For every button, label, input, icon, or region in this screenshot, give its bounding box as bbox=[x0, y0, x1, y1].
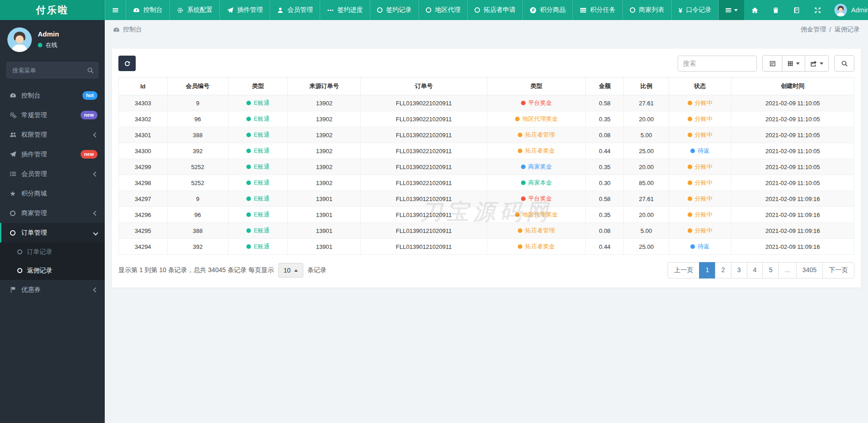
nav-item-points-tasks[interactable]: 积分任务 bbox=[573, 0, 623, 20]
sidebar-item-permission-manage[interactable]: 权限管理 bbox=[0, 125, 105, 144]
users-icon bbox=[7, 131, 18, 138]
column-header[interactable]: 来源订单号 bbox=[288, 77, 361, 95]
table-footer: 显示第 1 到第 10 条记录，总共 34045 条记录 每页显示 10 条记录… bbox=[118, 262, 854, 279]
search-icon bbox=[87, 67, 94, 74]
page-button-1[interactable]: 1 bbox=[699, 262, 715, 279]
nav-item-sign-progress[interactable]: 签约进度 bbox=[320, 0, 370, 20]
nav-item-member-manage[interactable]: 会员管理 bbox=[270, 0, 320, 20]
column-header[interactable]: Id bbox=[119, 77, 168, 95]
clear-cache-button[interactable] bbox=[765, 0, 786, 20]
cell-status: 分账中 bbox=[669, 127, 731, 143]
cell-source-order-no: 13901 bbox=[288, 191, 361, 207]
page-button-4[interactable]: 4 bbox=[747, 262, 763, 279]
cell-bonus-type-label: 平台奖金 bbox=[528, 195, 552, 202]
column-header[interactable]: 类型 bbox=[487, 77, 586, 95]
sidebar-subitem-order-records[interactable]: 订单记录 bbox=[0, 242, 105, 261]
nav-item-region-agent[interactable]: 地区代理 bbox=[419, 0, 468, 20]
nav-user-menu[interactable]: Admin bbox=[828, 0, 868, 20]
nav-menu-dropdown-button[interactable] bbox=[719, 0, 744, 20]
cell-account-type: E账通 bbox=[228, 127, 288, 143]
sidebar-item-order-manage[interactable]: 订单管理 bbox=[0, 223, 105, 242]
fullscreen-button[interactable] bbox=[807, 0, 828, 20]
sidebar-subitem-label: 返佣记录 bbox=[27, 267, 52, 275]
nav-item-sign-records[interactable]: 签约记录 bbox=[370, 0, 419, 20]
app-logo[interactable]: 付乐啦 bbox=[0, 0, 105, 20]
hot-badge: hot bbox=[82, 91, 97, 99]
column-header[interactable]: 金额 bbox=[586, 77, 624, 95]
export-icon bbox=[810, 60, 817, 67]
cell-source-order-no: 13901 bbox=[288, 207, 361, 223]
cell-source-order-no: 13902 bbox=[288, 127, 361, 143]
export-dropdown-button[interactable] bbox=[805, 55, 829, 72]
sidebar-item-console[interactable]: 控制台hot bbox=[0, 86, 105, 105]
column-header[interactable]: 创建时间 bbox=[731, 77, 854, 95]
table-row: 34300392E账通13902FLL01390221020911拓店者奖金0.… bbox=[119, 143, 854, 159]
status-dot-icon bbox=[518, 149, 522, 153]
status-dot-icon bbox=[521, 101, 526, 105]
sidebar-item-plugin-manage[interactable]: 插件管理new bbox=[0, 144, 105, 164]
circle-icon bbox=[426, 7, 431, 13]
circle-icon bbox=[17, 268, 22, 273]
nav-item-store-developer-apply[interactable]: 拓店者申请 bbox=[468, 0, 523, 20]
page-button-3405[interactable]: 3405 bbox=[796, 262, 823, 279]
logs-button[interactable] bbox=[786, 0, 807, 20]
nav-item-plugin-manage[interactable]: 插件管理 bbox=[220, 0, 270, 20]
page-button-5[interactable]: 5 bbox=[762, 262, 779, 279]
cell-member-no: 9 bbox=[167, 191, 228, 207]
nav-item-merchant-list[interactable]: 商家列表 bbox=[623, 0, 672, 20]
home-button[interactable] bbox=[744, 0, 765, 20]
breadcrumb-current[interactable]: 返佣记录 bbox=[834, 26, 860, 34]
nav-label: 签约进度 bbox=[337, 6, 363, 14]
breadcrumb-parent[interactable]: 佣金管理 bbox=[801, 26, 826, 34]
sidebar-toggle-button[interactable] bbox=[105, 0, 126, 20]
table-search-input[interactable] bbox=[678, 56, 757, 72]
nav-label: 签约记录 bbox=[386, 6, 412, 14]
column-header[interactable]: 订单号 bbox=[361, 77, 487, 95]
column-header[interactable]: 状态 bbox=[669, 77, 731, 95]
cell-bonus-type-label: 地区代理奖金 bbox=[522, 211, 558, 218]
circle-icon bbox=[377, 7, 383, 13]
circle-icon bbox=[17, 249, 22, 254]
column-header[interactable]: 会员编号 bbox=[167, 77, 228, 95]
cell-order-no: FLL01390121020911 bbox=[361, 239, 487, 255]
status-dot-icon bbox=[246, 133, 251, 137]
sidebar-subitem-commission-records[interactable]: 返佣记录 bbox=[0, 261, 105, 280]
cell-status: 分账中 bbox=[669, 175, 731, 191]
avatar[interactable] bbox=[7, 27, 32, 52]
sidebar-item-general-manage[interactable]: 常规管理new bbox=[0, 105, 105, 125]
sidebar-item-member-manage[interactable]: 会员管理 bbox=[0, 164, 105, 184]
nav-item-password-records[interactable]: ¥口令记录 bbox=[672, 0, 719, 20]
status-dot-icon bbox=[246, 117, 251, 121]
page-size-dropdown[interactable]: 10 bbox=[278, 263, 304, 278]
page-button-2[interactable]: 2 bbox=[715, 262, 731, 279]
columns-dropdown-button[interactable] bbox=[782, 55, 805, 72]
cell-id: 34297 bbox=[119, 191, 168, 207]
order-manage-submenu: 订单记录 返佣记录 bbox=[0, 242, 105, 280]
cell-source-order-no: 13902 bbox=[288, 95, 361, 111]
cell-ratio: 27.61 bbox=[624, 191, 669, 207]
sidebar-item-merchant-manage[interactable]: 商家管理 bbox=[0, 203, 105, 223]
search-button[interactable] bbox=[834, 55, 854, 72]
cell-id: 34300 bbox=[119, 143, 168, 159]
menu-search-input[interactable] bbox=[6, 62, 98, 78]
toggle-pagination-button[interactable] bbox=[762, 55, 782, 72]
sidebar-item-points-mall[interactable]: ★积分商城 bbox=[0, 184, 105, 203]
column-header[interactable]: 比例 bbox=[624, 77, 669, 95]
page-button-3[interactable]: 3 bbox=[731, 262, 747, 279]
nav-item-points-goods[interactable]: 积分商品 bbox=[523, 0, 573, 20]
status-dot-icon bbox=[688, 212, 692, 217]
next-page-button[interactable]: 下一页 bbox=[822, 262, 854, 279]
breadcrumb-left[interactable]: 控制台 bbox=[113, 26, 142, 34]
cell-account-type: E账通 bbox=[228, 175, 288, 191]
column-header[interactable]: 类型 bbox=[228, 77, 288, 95]
breadcrumb-page: 控制台 bbox=[123, 26, 142, 34]
prev-page-button[interactable]: 上一页 bbox=[668, 262, 700, 279]
refresh-button[interactable] bbox=[118, 56, 136, 71]
cell-created-time: 2021-02-09 11:09:16 bbox=[731, 223, 854, 239]
nav-item-console[interactable]: 控制台 bbox=[126, 0, 170, 20]
cell-member-no: 96 bbox=[167, 207, 228, 223]
nav-item-system-config[interactable]: 系统配置 bbox=[170, 0, 220, 20]
cell-status: 分账中 bbox=[669, 191, 731, 207]
sidebar-item-coupon[interactable]: 优惠券 bbox=[0, 280, 105, 299]
sidebar-item-label: 订单管理 bbox=[21, 229, 47, 237]
